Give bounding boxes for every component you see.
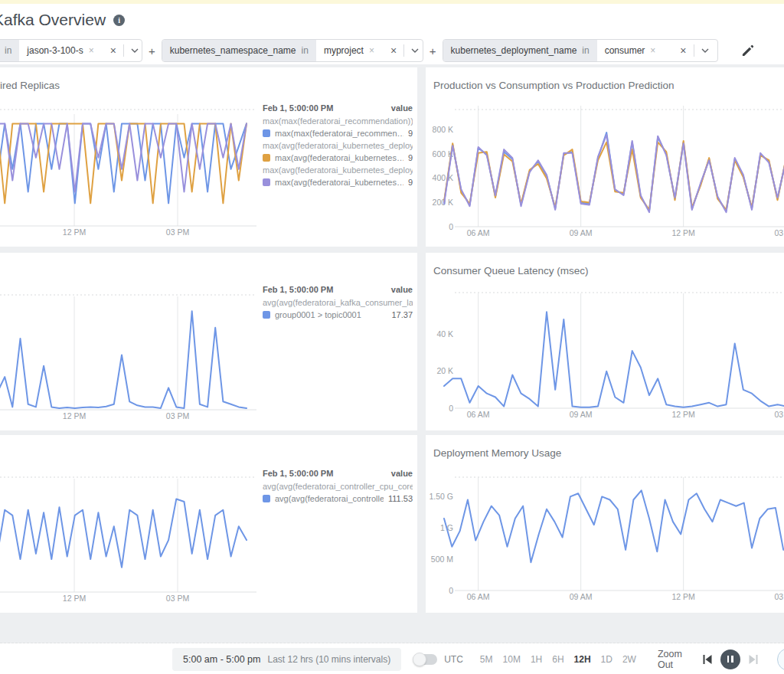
panel-consumer-lag: 12 PM03 PM Feb 1, 5:00:00 PMvalueavg(avg… [0,253,417,430]
legend-series-item[interactable]: max(max(federatorai_recommen…9 [263,129,413,138]
filter-operator: in [302,45,309,56]
legend-series-group: max(avg(federatorai_kubernetes_deployme… [263,165,413,175]
live-button[interactable]: Live [777,648,784,671]
consumer-lag-legend: Feb 1, 5:00:00 PMvalueavg(avg(federatora… [263,285,413,322]
pencil-icon [741,44,754,57]
playback-controls [702,649,759,669]
memory-chart[interactable]: 06 AM09 AM12 PM03 PM0500 M1 G1.50 G [426,435,784,613]
panel-cpu: 12 PM03 PM Feb 1, 5:00:00 PMvalueavg(avg… [0,435,417,613]
legend-series-item[interactable]: max(avg(federatorai_kubernetes…9 [263,178,413,187]
cpu-legend: Feb 1, 5:00:00 PMvalueavg(avg(federatora… [263,469,413,506]
toggle-knob [413,653,426,666]
interval-1h[interactable]: 1H [531,654,542,665]
svg-text:12 PM: 12 PM [63,227,86,237]
remove-value-icon[interactable]: × [369,45,374,56]
time-range-detail: Last 12 hrs (10 mins intervals) [267,654,390,665]
consumer-lag-chart[interactable]: 12 PM03 PM [0,253,417,430]
legend-series-item[interactable]: group0001 > topic000117.37 [263,310,413,319]
legend-series-group: avg(avg(federatorai_controller_cpu_cores… [263,482,413,491]
filter-chip-deployment[interactable]: kubernetes_deployment_namein consumer× × [443,39,718,62]
legend-header: Feb 1, 5:00:00 PMvalue [263,285,413,294]
interval-1d[interactable]: 1D [601,654,612,665]
filter-chip-namespace[interactable]: kubernetes_namespace_namein myproject× × [162,39,423,62]
svg-text:03 PM: 03 PM [774,410,784,419]
svg-text:0: 0 [449,586,453,595]
interval-6h[interactable]: 6H [552,654,564,665]
add-filter-button[interactable]: + [430,44,436,57]
header: Kafka Overviewi [0,4,784,37]
interval-10m[interactable]: 10M [503,654,521,665]
svg-text:12 PM: 12 PM [671,228,694,237]
series-label: max(max(federatorai_recommen… [275,129,403,138]
time-toolbar: 5:00 am - 5:00 pm Last 12 hrs (10 mins i… [0,644,784,674]
chevron-down-icon[interactable] [131,48,139,53]
svg-text:12 PM: 12 PM [671,410,694,419]
series-label: max(avg(federatorai_kubernetes… [275,178,403,187]
svg-text:06 AM: 06 AM [467,592,490,601]
svg-text:12 PM: 12 PM [671,592,694,601]
svg-text:0: 0 [449,222,453,231]
skip-to-end-icon[interactable] [748,654,759,665]
filter-value-text: consumer [605,45,645,56]
pause-icon [727,656,730,663]
filter-chip-controls: × [382,40,423,61]
series-swatch [263,178,270,186]
pause-button[interactable] [720,649,740,669]
filter-field: kubernetes_namespace_namein [162,40,316,61]
svg-text:03 PM: 03 PM [166,411,189,420]
page-title-text: Kafka Overview [0,11,106,28]
filter-chip-cluster[interactable]: in jason-3-100-s× × [0,39,142,62]
svg-text:400 K: 400 K [433,173,453,182]
edit-filters-button[interactable] [741,44,754,57]
interval-12h[interactable]: 12H [574,654,591,665]
series-label: group0001 > topic0001 [275,310,387,319]
series-swatch [263,154,270,162]
production-chart[interactable]: 06 AM09 AM12 PM03 PM0200 K400 K600 K800 … [426,67,784,247]
legend-header: Feb 1, 5:00:00 PMvalue [263,469,413,478]
add-filter-button[interactable]: + [149,44,155,57]
pause-icon [731,656,733,663]
utc-toggle[interactable] [414,654,437,665]
svg-text:1.50 G: 1.50 G [429,492,453,501]
clear-filter-icon[interactable]: × [110,45,116,56]
time-range-text: 5:00 am - 5:00 pm [183,654,260,665]
filter-field: kubernetes_deployment_namein [443,40,597,61]
series-value: 9 [408,178,413,187]
series-label: max(avg(federatorai_kubernetes… [275,153,403,162]
legend-series-item[interactable]: max(avg(federatorai_kubernetes…9 [263,153,413,162]
info-icon[interactable]: i [113,15,125,26]
svg-text:03 PM: 03 PM [166,227,189,237]
series-swatch [263,495,270,502]
series-value: 17.37 [391,310,413,319]
svg-text:12 PM: 12 PM [63,594,86,603]
skip-to-start-icon[interactable] [702,654,713,665]
interval-5m[interactable]: 5M [480,654,493,665]
time-range-button[interactable]: 5:00 am - 5:00 pm Last 12 hrs (10 mins i… [172,648,401,671]
remove-value-icon[interactable]: × [89,45,94,56]
legend-series-item[interactable]: avg(avg(federatorai_controller_…111.53 [263,494,413,503]
chevron-down-icon[interactable] [701,48,709,53]
svg-text:200 K: 200 K [433,198,453,207]
remove-value-icon[interactable]: × [650,45,655,56]
filter-value-text: jason-3-100-s [27,45,83,56]
interval-2w[interactable]: 2W [622,654,636,665]
clear-filter-icon[interactable]: × [680,45,686,56]
filter-value: myproject× [316,40,382,61]
svg-text:500 M: 500 M [431,555,453,564]
chevron-down-icon[interactable] [411,48,419,53]
panel-memory: Deployment Memory Usage 06 AM09 AM12 PM0… [426,435,784,613]
filter-value-text: myproject [324,45,364,56]
svg-text:0: 0 [449,404,453,413]
queue-latency-chart[interactable]: 06 AM09 AM12 PM03 PM020 K40 K [426,253,784,430]
clear-filter-icon[interactable]: × [390,45,397,56]
cpu-chart[interactable]: 12 PM03 PM [0,435,417,613]
filter-value: consumer× [597,40,664,61]
dashboard-grid: ired Replicas 12 PM03 PM Feb 1, 5:00:00 … [0,64,784,643]
series-swatch [263,311,270,319]
zoom-out-button[interactable]: Zoom Out [658,649,682,670]
interval-buttons: 5M 10M 1H 6H 12H 1D 2W [480,654,636,665]
svg-text:09 AM: 09 AM [570,410,593,419]
svg-text:03 PM: 03 PM [774,592,784,601]
series-value: 9 [408,153,413,162]
panel-replicas: ired Replicas 12 PM03 PM Feb 1, 5:00:00 … [0,67,417,247]
